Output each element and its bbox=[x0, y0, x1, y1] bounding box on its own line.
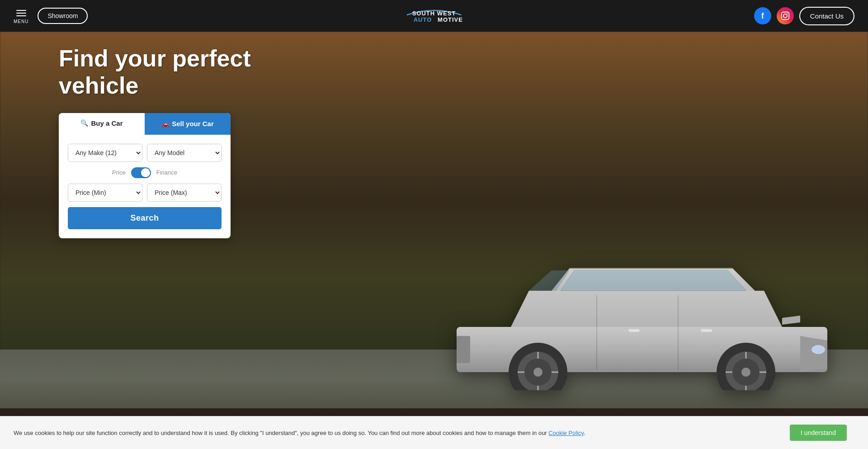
svg-rect-27 bbox=[628, 329, 640, 332]
search-tabs: 🔍 Buy a Car 🚗 Sell your Car bbox=[59, 113, 231, 135]
svg-text:SOUTH WEST: SOUTH WEST bbox=[412, 10, 456, 17]
logo-svg: SOUTH WEST AUTO MOTIVE bbox=[398, 4, 470, 26]
menu-label: MENU bbox=[14, 19, 28, 24]
hero-title: Find your perfect vehicle bbox=[59, 45, 285, 99]
menu-button[interactable]: MENU bbox=[14, 8, 28, 24]
hamburger-icon[interactable] bbox=[14, 8, 28, 18]
cookie-accept-button[interactable]: I understand bbox=[790, 425, 847, 441]
cookie-message: We use cookies to help our site function… bbox=[14, 430, 585, 436]
svg-rect-28 bbox=[701, 329, 712, 332]
search-box: 🔍 Buy a Car 🚗 Sell your Car Any Make (12… bbox=[59, 113, 231, 238]
price-min-select[interactable]: Price (Min) £1,000 £2,000 £5,000 £10,000… bbox=[68, 184, 142, 202]
make-select[interactable]: Any Make (12) Audi BMW Ford Honda Merced… bbox=[68, 144, 142, 162]
search-icon: 🔍 bbox=[80, 119, 88, 127]
cookie-button-wrap: I understand bbox=[782, 425, 854, 441]
price-finance-toggle[interactable] bbox=[131, 167, 151, 178]
svg-text:AUTO: AUTO bbox=[414, 16, 432, 23]
svg-point-7 bbox=[811, 345, 825, 354]
contact-button[interactable]: Contact Us bbox=[799, 7, 854, 25]
cookie-text-wrap: We use cookies to help our site function… bbox=[14, 429, 769, 437]
tab-sell-car[interactable]: 🚗 Sell your Car bbox=[145, 113, 231, 135]
svg-point-12 bbox=[533, 368, 542, 377]
svg-point-16 bbox=[741, 368, 750, 377]
price-finance-toggle-row: Price Finance bbox=[68, 167, 222, 178]
model-select[interactable]: Any Model bbox=[147, 144, 222, 162]
price-label: Price bbox=[112, 169, 126, 176]
make-model-row: Any Make (12) Audi BMW Ford Honda Merced… bbox=[68, 144, 222, 162]
search-button[interactable]: Search bbox=[68, 207, 222, 229]
navbar: MENU Showroom SOUTH WEST AUTO MOTIVE f C… bbox=[0, 0, 868, 32]
svg-rect-3 bbox=[781, 12, 789, 20]
nav-left: MENU Showroom bbox=[14, 8, 88, 24]
tab-sell-label: Sell your Car bbox=[172, 120, 214, 128]
price-max-select[interactable]: Price (Max) £5,000 £10,000 £15,000 £20,0… bbox=[147, 184, 222, 202]
finance-label: Finance bbox=[156, 169, 177, 176]
hero-content: Find your perfect vehicle 🔍 Buy a Car 🚗 … bbox=[59, 45, 285, 238]
cookie-policy-link[interactable]: Cookie Policy bbox=[548, 430, 584, 436]
svg-rect-8 bbox=[457, 336, 470, 363]
svg-point-5 bbox=[787, 14, 788, 14]
nav-right: f Contact Us bbox=[754, 7, 854, 25]
tab-buy-label: Buy a Car bbox=[91, 119, 123, 127]
tab-buy-car[interactable]: 🔍 Buy a Car bbox=[59, 113, 145, 135]
instagram-icon[interactable] bbox=[777, 7, 794, 24]
logo[interactable]: SOUTH WEST AUTO MOTIVE bbox=[398, 4, 470, 28]
svg-text:MOTIVE: MOTIVE bbox=[438, 16, 463, 23]
showroom-button[interactable]: Showroom bbox=[38, 8, 88, 24]
car-image bbox=[439, 246, 845, 390]
hero-section: Find your perfect vehicle 🔍 Buy a Car 🚗 … bbox=[0, 0, 868, 449]
cookie-message-text: We use cookies to help our site function… bbox=[14, 430, 547, 436]
cookie-banner: We use cookies to help our site function… bbox=[0, 416, 868, 449]
price-row: Price (Min) £1,000 £2,000 £5,000 £10,000… bbox=[68, 184, 222, 202]
search-form: Any Make (12) Audi BMW Ford Honda Merced… bbox=[59, 135, 231, 238]
car-icon: 🚗 bbox=[161, 120, 169, 128]
facebook-icon[interactable]: f bbox=[754, 7, 771, 24]
svg-point-4 bbox=[783, 14, 787, 18]
